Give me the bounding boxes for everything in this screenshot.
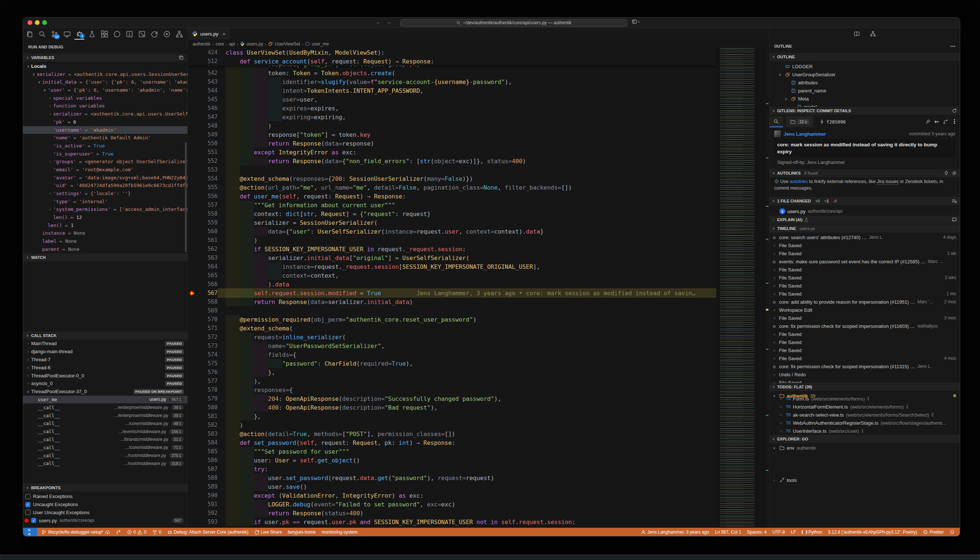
breadcrumb-item[interactable]: UserViewSet ›: [268, 42, 303, 47]
titlebar-action-icon[interactable]: [918, 20, 924, 26]
outline-item[interactable]: model: [769, 103, 960, 107]
status-bar-item[interactable]: LF: [791, 530, 796, 535]
breakpoint-row[interactable]: Uncaught Exceptions: [23, 501, 187, 509]
timeline-item[interactable]: core: fix permission check for scoped im…: [769, 322, 960, 330]
editor-action-icon[interactable]: [685, 31, 692, 37]
editor-action-icon[interactable]: [716, 31, 722, 37]
status-bar-item[interactable]: Prettier: [923, 530, 944, 535]
variable-row[interactable]: len() = 12: [23, 213, 187, 222]
breakpoint-checkbox[interactable]: [25, 494, 30, 499]
nav-forward-icon[interactable]: →: [385, 19, 393, 25]
variable-row[interactable]: parent = None: [23, 245, 187, 253]
variable-row[interactable]: 'is_superuser' = True: [23, 150, 187, 158]
copilot-button[interactable]: ∨: [632, 19, 640, 24]
editor-action-icon[interactable]: [696, 31, 702, 37]
activity-bar-item[interactable]: [99, 28, 109, 40]
call-stack-row[interactable]: __call__ .../events/middleware.py 156:1: [23, 428, 187, 436]
settings-icon[interactable]: [952, 170, 957, 176]
sticky-scroll[interactable]: 424 class UserViewSet(UsedByMixin, Model…: [187, 48, 716, 66]
go-env-row[interactable]: ∨ env authentik: [769, 444, 960, 452]
timeline-item[interactable]: core: search users' attributes (#12740) …: [769, 233, 960, 241]
outline-item[interactable]: parent_name: [769, 87, 960, 95]
gitlens-inspect-tab-icon[interactable]: [854, 31, 860, 37]
gitlens-search-tab[interactable]: [769, 116, 783, 127]
outline-item[interactable]: LOGGER: [769, 62, 960, 70]
breadcrumb-item[interactable]: authentik ›: [193, 42, 213, 47]
call-stack-row[interactable]: __call__ .../brands/middleware.py 31:1: [23, 436, 187, 444]
gem-icon[interactable]: [944, 170, 949, 176]
variable-row[interactable]: › special variables: [23, 94, 187, 102]
breadcrumb-item[interactable]: user_me: [305, 42, 329, 47]
go-env-var-row[interactable]: [769, 468, 960, 476]
gitlens-section-header[interactable]: ∨GITLENS: INSPECT: COMMIT DETAILS: [769, 107, 960, 115]
timeline-item[interactable]: File Saved: [769, 346, 960, 354]
variable-row[interactable]: 'username' = 'akadmin': [23, 126, 187, 134]
outline-item[interactable]: ∨ Meta: [769, 95, 960, 103]
timeline-item[interactable]: Workspace Edit: [769, 306, 960, 314]
breakpoint-row[interactable]: Raised Exceptions: [23, 493, 187, 501]
breakpoints-section-header[interactable]: ∨BREAKPOINTS: [23, 484, 187, 492]
graph-icon[interactable]: [943, 119, 948, 124]
call-stack-row[interactable]: __call__ .../enterprise/middleware.py 39…: [23, 403, 187, 412]
status-bar-item[interactable]: monitoring-system: [322, 530, 358, 535]
variables-section-header[interactable]: ∨VARIABLES: [23, 53, 187, 62]
status-bar-item[interactable]: Debug: Attach Server Core (authentik): [167, 530, 248, 535]
timeline-item[interactable]: File Saved 1 wk: [769, 249, 960, 257]
activity-bar-item[interactable]: [25, 28, 35, 40]
variable-row[interactable]: ∨ Locals: [23, 62, 187, 70]
timeline-item[interactable]: File Saved 4 mos: [769, 354, 960, 362]
variable-row[interactable]: › serializer = <authentik.core.api.users…: [23, 110, 187, 118]
titlebar-action-icon[interactable]: [950, 20, 956, 26]
refresh-icon[interactable]: [952, 108, 957, 113]
breadcrumb-item[interactable]: core ›: [215, 42, 227, 47]
commit-author-link[interactable]: Jens Langhammer: [784, 131, 826, 137]
call-stack-row[interactable]: › ThreadPoolExecutor-0_0 PAUSED: [23, 372, 187, 380]
explain-ai-section-header[interactable]: ›EXPLAIN (AI): [769, 216, 960, 224]
debug-toolbar-button[interactable]: [158, 44, 164, 50]
activity-bar-item[interactable]: [162, 28, 172, 40]
titlebar-action-icon[interactable]: [929, 20, 935, 26]
titlebar-action-icon[interactable]: [897, 20, 903, 26]
editor-action-icon[interactable]: [757, 31, 763, 37]
breadcrumb-item[interactable]: api ›: [229, 42, 238, 47]
timeline-item[interactable]: File Saved: [769, 378, 960, 383]
activity-bar-item[interactable]: [149, 28, 159, 40]
back-icon[interactable]: ←: [934, 119, 939, 124]
variable-row[interactable]: 'avatar' = 'data:image/svg+xml;base64,PH…: [23, 174, 187, 182]
timeline-item[interactable]: core: add ability to provide reason for …: [769, 298, 960, 306]
gitlens-files-tab[interactable]: 12 ±: [786, 116, 813, 127]
status-bar-item[interactable]: Ln 567, Col 1: [715, 530, 741, 535]
go-env-var-row[interactable]: [769, 460, 960, 468]
commit-sha[interactable]: f285096: [819, 119, 846, 125]
jira-issues-link[interactable]: Jira issues: [877, 179, 898, 185]
outline-item[interactable]: attributes: [769, 78, 960, 87]
autolinks-section-header[interactable]: ∨AUTOLINKS 0 found: [769, 169, 960, 177]
call-stack-row[interactable]: › Thread-6 PAUSED: [23, 363, 187, 372]
outline-item[interactable]: ∨ UserGroupSerializer: [769, 70, 960, 78]
titlebar-action-icon[interactable]: [940, 20, 945, 26]
call-stack-section-header[interactable]: ∨CALL STACK: [23, 332, 187, 340]
outline-section-header[interactable]: ∨OUTLINE: [769, 53, 960, 61]
debug-toolbar-button[interactable]: [149, 44, 155, 50]
editor-action-icon[interactable]: [747, 31, 753, 37]
overview-ruler[interactable]: [765, 48, 769, 528]
status-bar-item[interactable]: Jens Langhammer, 3 years ago: [641, 530, 709, 535]
activity-bar-item[interactable]: [174, 28, 184, 40]
variable-row[interactable]: ∨ serializer = <authentik.core.api.users…: [23, 70, 187, 78]
debug-toolbar-button[interactable]: [167, 44, 173, 50]
variable-row[interactable]: 'is_active' = True: [23, 142, 187, 150]
call-stack-row[interactable]: › Thread-7 PAUSED: [23, 356, 187, 364]
variable-row[interactable]: › 'system_permissions' = ['access_admin_…: [23, 205, 187, 213]
pin-icon[interactable]: [925, 119, 930, 124]
debug-toolbar-button[interactable]: [140, 44, 146, 50]
remote-indicator[interactable]: ><: [23, 528, 37, 536]
activity-bar-item[interactable]: [37, 28, 47, 40]
todo-file-row[interactable]: ›TS WebAuthnAuthenticatorRegisterStage.t…: [769, 419, 960, 427]
todo-file-row[interactable]: ›TS ak-search-select-view.ts (web/src/el…: [769, 411, 960, 419]
timeline-item[interactable]: File Saved: [769, 330, 960, 338]
status-bar-item[interactable]: beryjuio-home: [288, 530, 316, 535]
status-bar-item[interactable]: UTF-8: [772, 530, 785, 535]
timeline-item[interactable]: File Saved 2 wks: [769, 273, 960, 282]
nav-back-icon[interactable]: ←: [375, 19, 383, 25]
variable-row[interactable]: 'type' = 'internal': [23, 198, 187, 206]
